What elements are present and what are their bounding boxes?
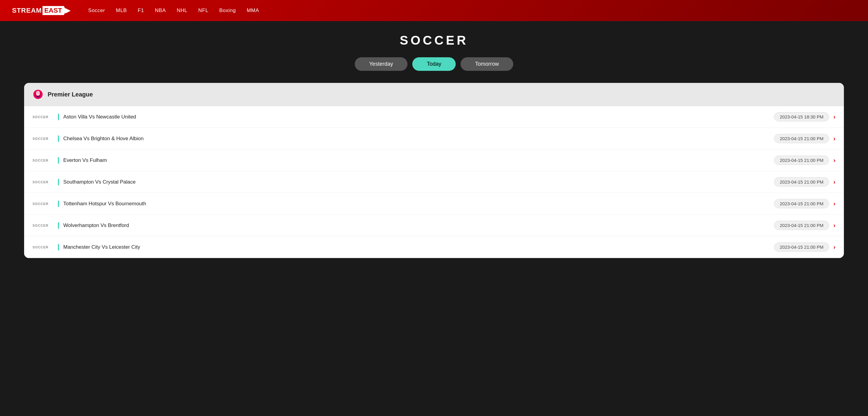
page-title: SOCCER bbox=[24, 33, 844, 48]
nav-item-boxing[interactable]: Boxing bbox=[219, 7, 236, 13]
nav-item-mlb[interactable]: MLB bbox=[116, 7, 127, 13]
match-divider bbox=[58, 222, 59, 229]
match-name: Chelsea Vs Brighton & Hove Albion bbox=[63, 136, 774, 142]
svg-point-4 bbox=[38, 93, 39, 94]
match-sport-label: SOCCER bbox=[33, 137, 54, 141]
logo-stream-text: STREAM bbox=[12, 7, 42, 14]
nav-item-nfl[interactable]: NFL bbox=[198, 7, 209, 13]
match-sport-label: SOCCER bbox=[33, 202, 54, 206]
logo[interactable]: STREAM EAST ▶ bbox=[12, 6, 70, 15]
match-arrow-icon: › bbox=[833, 135, 835, 142]
match-row[interactable]: SOCCERAston Villa Vs Newcastle United202… bbox=[24, 106, 844, 128]
nav-item-nhl[interactable]: NHL bbox=[177, 7, 187, 13]
svg-point-2 bbox=[37, 91, 39, 93]
svg-point-3 bbox=[37, 93, 38, 94]
matches-container: Premier LeagueSOCCERAston Villa Vs Newca… bbox=[24, 83, 844, 258]
date-tab-today[interactable]: Today bbox=[412, 57, 456, 71]
match-time-badge: 2023-04-15 21:00 PM bbox=[774, 155, 829, 165]
match-row[interactable]: SOCCEREverton Vs Fulham2023-04-15 21:00 … bbox=[24, 150, 844, 171]
nav-item-nba[interactable]: NBA bbox=[155, 7, 166, 13]
date-tabs: YesterdayTodayTomorrow bbox=[24, 57, 844, 71]
match-time-badge: 2023-04-15 21:00 PM bbox=[774, 242, 829, 252]
main-nav: SoccerMLBF1NBANHLNFLBoxingMMA bbox=[88, 7, 259, 13]
match-sport-label: SOCCER bbox=[33, 224, 54, 227]
match-divider bbox=[58, 135, 59, 142]
match-sport-label: SOCCER bbox=[33, 245, 54, 249]
match-time-badge: 2023-04-15 21:00 PM bbox=[774, 221, 829, 230]
site-header: STREAM EAST ▶ SoccerMLBF1NBANHLNFLBoxing… bbox=[0, 0, 868, 21]
match-divider bbox=[58, 201, 59, 207]
date-tab-tomorrow[interactable]: Tomorrow bbox=[461, 57, 513, 71]
match-time-badge: 2023-04-15 21:00 PM bbox=[774, 134, 829, 143]
match-divider bbox=[58, 114, 59, 120]
match-row[interactable]: SOCCERTottenham Hotspur Vs Bournemouth20… bbox=[24, 193, 844, 215]
match-sport-label: SOCCER bbox=[33, 115, 54, 119]
match-arrow-icon: › bbox=[833, 157, 835, 164]
match-time-badge: 2023-04-15 21:00 PM bbox=[774, 177, 829, 187]
match-name: Everton Vs Fulham bbox=[63, 157, 774, 164]
main-content: SOCCER YesterdayTodayTomorrow Premier Le… bbox=[0, 21, 868, 270]
match-row[interactable]: SOCCERSouthampton Vs Crystal Palace2023-… bbox=[24, 171, 844, 193]
logo-east-text: EAST bbox=[42, 6, 66, 15]
match-time-badge: 2023-04-15 18:30 PM bbox=[774, 112, 829, 121]
match-arrow-icon: › bbox=[833, 178, 835, 185]
match-name: Manchester City Vs Leicester City bbox=[63, 244, 774, 250]
match-row[interactable]: SOCCERManchester City Vs Leicester City2… bbox=[24, 236, 844, 258]
league-name: Premier League bbox=[48, 91, 93, 98]
date-tab-yesterday[interactable]: Yesterday bbox=[355, 57, 407, 71]
match-divider bbox=[58, 179, 59, 185]
match-time-badge: 2023-04-15 21:00 PM bbox=[774, 199, 829, 208]
match-divider bbox=[58, 157, 59, 164]
match-arrow-icon: › bbox=[833, 200, 835, 207]
match-name: Aston Villa Vs Newcastle United bbox=[63, 114, 774, 120]
match-arrow-icon: › bbox=[833, 244, 835, 250]
match-arrow-icon: › bbox=[833, 222, 835, 229]
match-row[interactable]: SOCCERWolverhampton Vs Brentford2023-04-… bbox=[24, 215, 844, 236]
nav-item-f1[interactable]: F1 bbox=[138, 7, 144, 13]
league-header-premier-league: Premier League bbox=[24, 83, 844, 106]
match-name: Southampton Vs Crystal Palace bbox=[63, 179, 774, 185]
match-name: Wolverhampton Vs Brentford bbox=[63, 222, 774, 229]
match-row[interactable]: SOCCERChelsea Vs Brighton & Hove Albion2… bbox=[24, 128, 844, 150]
match-name: Tottenham Hotspur Vs Bournemouth bbox=[63, 201, 774, 207]
nav-item-mma[interactable]: MMA bbox=[247, 7, 259, 13]
match-sport-label: SOCCER bbox=[33, 180, 54, 184]
match-divider bbox=[58, 244, 59, 250]
match-sport-label: SOCCER bbox=[33, 158, 54, 162]
nav-item-soccer[interactable]: Soccer bbox=[88, 7, 105, 13]
premier-league-icon bbox=[33, 89, 43, 100]
match-arrow-icon: › bbox=[833, 113, 835, 120]
